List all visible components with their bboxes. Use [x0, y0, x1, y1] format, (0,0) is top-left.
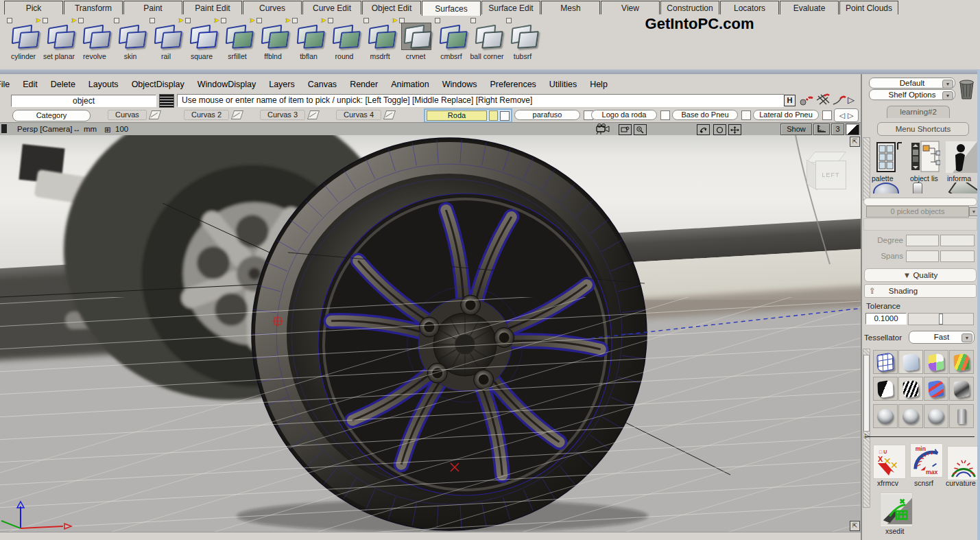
shelf-tab[interactable]: Paint Edit — [183, 1, 242, 14]
menu-item[interactable]: File — [0, 80, 10, 89]
shelf-tool-button[interactable]: ➤ revolve — [77, 16, 112, 66]
shelf-preset-dropdown[interactable]: Default ▼ — [869, 78, 955, 89]
shelf-tool-button[interactable]: ➤ msdrft — [362, 16, 398, 66]
layer-symmetry-icon[interactable] — [231, 110, 243, 119]
menu-item[interactable]: ObjectDisplay — [132, 80, 184, 89]
tool-option-box[interactable] — [114, 18, 119, 23]
tool-option-box[interactable] — [363, 18, 369, 23]
view-cube[interactable]: LEFT — [806, 152, 845, 191]
panel-scrollbar[interactable] — [863, 137, 870, 200]
tool-option-box[interactable] — [328, 18, 333, 23]
shelf-tab[interactable]: Construction — [660, 1, 719, 14]
shelf-tool-clipped[interactable] — [946, 183, 977, 193]
shelf-tab[interactable]: Evaluate — [780, 1, 839, 14]
pan-view-icon[interactable] — [728, 124, 741, 135]
shelf-tab[interactable]: Surface Edit — [481, 1, 540, 14]
view-cube-front-face[interactable]: LEFT — [815, 161, 846, 189]
grid-count-button[interactable]: 3 — [831, 124, 844, 135]
information-icon[interactable] — [946, 141, 977, 173]
shading-mode-button[interactable] — [873, 377, 898, 401]
layer-symmetry-icon[interactable] — [307, 110, 320, 119]
shelf-tab[interactable]: Pick — [4, 1, 63, 14]
menu-shortcuts-button[interactable]: Menu Shortcuts — [877, 122, 969, 136]
viewport-canvas[interactable] — [0, 135, 861, 532]
ruler-toggle-button[interactable] — [813, 124, 830, 135]
shading-mode-button[interactable] — [949, 404, 974, 428]
pick-filter-dropdown[interactable]: object — [11, 95, 156, 107]
panel-scrollbar-lower[interactable] — [863, 349, 870, 508]
perspective-camera-icon[interactable] — [594, 124, 613, 134]
layer-box[interactable]: Base do Pneu — [672, 110, 751, 120]
shading-mode-button[interactable] — [873, 350, 898, 374]
keyboard-entry-icon[interactable]: H — [784, 95, 796, 106]
snap-to-curve-icon[interactable] — [831, 93, 848, 107]
spans-field-1[interactable] — [906, 250, 939, 262]
shelf-tool-button[interactable]: ➤ skin — [112, 16, 148, 66]
splitter-handle-icon[interactable]: ▷ — [865, 432, 870, 439]
shelf-tab[interactable]: Surfaces — [422, 1, 481, 16]
scrollbar-thumb[interactable] — [863, 355, 870, 432]
show-menu-button[interactable]: Show — [780, 124, 812, 135]
layer-checkbox[interactable] — [660, 110, 670, 120]
palette-window-icon[interactable] — [873, 141, 903, 173]
snap-to-point-icon[interactable] — [798, 93, 815, 107]
shelf-tool-clipped[interactable] — [910, 183, 940, 193]
tool-option-box[interactable] — [221, 18, 226, 23]
menu-item[interactable]: Help — [590, 80, 608, 89]
shelf-tool-clipped[interactable] — [873, 183, 903, 193]
active-layer-swatch[interactable] — [489, 110, 498, 121]
shelf-tool-button[interactable]: ➤ tbflan — [291, 16, 326, 66]
object-lister-icon[interactable] — [910, 140, 940, 173]
layer-box[interactable]: Lateral do Pneu — [753, 110, 832, 120]
curve-layer-tab[interactable]: Curvas 4 — [336, 110, 394, 120]
zoom-window-icon[interactable] — [634, 124, 647, 135]
menu-item[interactable]: Layers — [269, 80, 295, 89]
tool-option-box[interactable] — [506, 18, 512, 23]
active-layer-checkbox[interactable] — [500, 111, 510, 121]
tolerance-slider-handle[interactable] — [939, 314, 943, 325]
layer-symmetry-icon[interactable] — [149, 110, 161, 119]
menu-item[interactable]: Windows — [442, 80, 477, 89]
menu-item[interactable]: Canvas — [308, 80, 337, 89]
viewport-corner-icon[interactable] — [1, 124, 7, 133]
shading-mode-button[interactable] — [924, 404, 948, 428]
menu-item[interactable]: Edit — [23, 80, 38, 89]
tool-option-box[interactable] — [292, 18, 298, 23]
tool-option-box[interactable] — [256, 18, 262, 23]
shelf-tab[interactable]: Object Edit — [362, 1, 421, 14]
degree-field-2[interactable] — [940, 235, 975, 246]
shelf-tool-button[interactable]: ➤ cylinder — [5, 16, 41, 66]
shelf-tool-button[interactable]: ➤ round — [326, 16, 362, 66]
prompt-input[interactable]: Use mouse or enter name of item to pick … — [177, 94, 785, 107]
tool-option-box[interactable] — [185, 18, 191, 23]
shading-mode-button[interactable] — [949, 377, 974, 401]
menu-item[interactable]: Layouts — [88, 80, 119, 89]
layer-symmetry-icon[interactable] — [383, 110, 396, 119]
layer-box[interactable]: parafuso — [514, 110, 593, 120]
shading-mode-button[interactable] — [898, 404, 923, 428]
shading-mode-button[interactable] — [924, 377, 948, 401]
layer-checkbox[interactable] — [822, 110, 832, 120]
tool-option-box[interactable] — [150, 18, 155, 23]
lock-camera-icon[interactable] — [619, 124, 632, 135]
shading-section-row[interactable]: ⇪ Shading — [864, 284, 977, 298]
menu-item[interactable]: Delete — [51, 80, 75, 89]
degree-field-1[interactable] — [906, 235, 939, 246]
camera-label[interactable]: Persp [Camera] — [17, 125, 73, 133]
panel-splitter[interactable] — [865, 436, 975, 437]
shelf-tab[interactable]: Mesh — [541, 1, 600, 14]
shelf-tool-button[interactable]: ➤ tubsrf — [505, 16, 540, 66]
shelf-tab[interactable]: Paint — [123, 1, 182, 14]
tab-learning[interactable]: learning#2 — [887, 106, 950, 118]
shelf-tool-button[interactable]: ➤ srfillet — [219, 16, 255, 66]
curvature-icon[interactable] — [947, 446, 980, 480]
viewport-resize-grip-bottom[interactable]: ⇱ — [850, 521, 860, 531]
shelf-tool-button[interactable]: ➤ rail — [148, 16, 184, 66]
shelf-tab[interactable]: Curve Edit — [302, 1, 361, 14]
tolerance-slider-track[interactable] — [908, 313, 974, 325]
perspective-viewport[interactable]: LEFT ⇱ ⇱ — [0, 135, 861, 532]
scroll-right-icon[interactable]: ▷ — [848, 111, 853, 120]
layer-scroll-arrows[interactable]: ◁▷ — [834, 108, 859, 122]
menu-item[interactable]: Animation — [391, 80, 429, 89]
curve-layer-tab[interactable]: Curvas 2 — [184, 110, 242, 120]
